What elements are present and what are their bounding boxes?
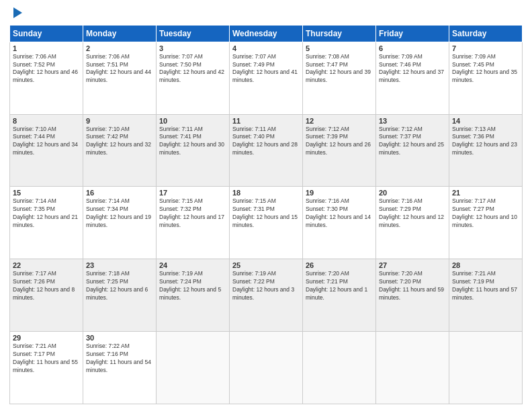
calendar-day-16: 16Sunrise: 7:14 AMSunset: 7:34 PMDayligh… xyxy=(83,187,157,259)
calendar-day-empty xyxy=(157,332,230,404)
day-info: Sunrise: 7:17 AMSunset: 7:26 PMDaylight:… xyxy=(13,270,80,302)
day-number: 23 xyxy=(86,261,153,269)
day-info: Sunrise: 7:14 AMSunset: 7:35 PMDaylight:… xyxy=(13,197,80,230)
day-info: Sunrise: 7:12 AMSunset: 7:39 PMDaylight:… xyxy=(306,126,373,158)
day-info: Sunrise: 7:11 AMSunset: 7:40 PMDaylight:… xyxy=(232,126,300,158)
day-info: Sunrise: 7:09 AMSunset: 7:46 PMDaylight:… xyxy=(379,53,446,85)
day-number: 19 xyxy=(306,189,373,197)
calendar-day-9: 9Sunrise: 7:10 AMSunset: 7:42 PMDaylight… xyxy=(83,114,157,187)
day-number: 22 xyxy=(13,261,80,269)
calendar-header-row: SundayMondayTuesdayWednesdayThursdayFrid… xyxy=(10,25,523,42)
page: SundayMondayTuesdayWednesdayThursdayFrid… xyxy=(0,0,532,411)
day-info: Sunrise: 7:10 AMSunset: 7:42 PMDaylight:… xyxy=(86,126,153,158)
day-number: 11 xyxy=(232,117,300,125)
calendar-day-23: 23Sunrise: 7:18 AMSunset: 7:25 PMDayligh… xyxy=(83,259,157,332)
calendar-day-21: 21Sunrise: 7:17 AMSunset: 7:27 PMDayligh… xyxy=(449,187,523,259)
day-number: 7 xyxy=(452,44,519,52)
day-number: 25 xyxy=(232,261,300,269)
calendar-day-empty xyxy=(230,332,303,404)
day-number: 10 xyxy=(159,117,226,125)
day-info: Sunrise: 7:20 AMSunset: 7:21 PMDaylight:… xyxy=(306,270,373,302)
day-number: 9 xyxy=(86,117,153,125)
day-number: 20 xyxy=(379,189,446,197)
calendar-day-24: 24Sunrise: 7:19 AMSunset: 7:24 PMDayligh… xyxy=(157,259,230,332)
calendar-day-19: 19Sunrise: 7:16 AMSunset: 7:30 PMDayligh… xyxy=(303,187,376,259)
day-info: Sunrise: 7:10 AMSunset: 7:44 PMDaylight:… xyxy=(13,126,80,158)
day-number: 16 xyxy=(86,189,153,197)
calendar-week-4: 22Sunrise: 7:17 AMSunset: 7:26 PMDayligh… xyxy=(10,259,523,332)
calendar-day-17: 17Sunrise: 7:15 AMSunset: 7:32 PMDayligh… xyxy=(157,187,230,259)
logo-arrow-icon xyxy=(13,7,22,18)
day-number: 17 xyxy=(159,189,226,197)
calendar-day-18: 18Sunrise: 7:15 AMSunset: 7:31 PMDayligh… xyxy=(230,187,303,259)
calendar-day-25: 25Sunrise: 7:19 AMSunset: 7:22 PMDayligh… xyxy=(230,259,303,332)
day-info: Sunrise: 7:18 AMSunset: 7:25 PMDaylight:… xyxy=(86,270,153,302)
calendar-day-30: 30Sunrise: 7:22 AMSunset: 7:16 PMDayligh… xyxy=(83,332,157,404)
day-info: Sunrise: 7:21 AMSunset: 7:17 PMDaylight:… xyxy=(13,342,80,375)
calendar-day-10: 10Sunrise: 7:11 AMSunset: 7:41 PMDayligh… xyxy=(157,114,230,187)
calendar-day-empty xyxy=(376,332,449,404)
day-info: Sunrise: 7:21 AMSunset: 7:19 PMDaylight:… xyxy=(452,270,519,302)
day-info: Sunrise: 7:22 AMSunset: 7:16 PMDaylight:… xyxy=(86,342,153,375)
day-info: Sunrise: 7:12 AMSunset: 7:37 PMDaylight:… xyxy=(379,126,446,158)
calendar-day-12: 12Sunrise: 7:12 AMSunset: 7:39 PMDayligh… xyxy=(303,114,376,187)
day-number: 5 xyxy=(306,44,373,52)
day-info: Sunrise: 7:19 AMSunset: 7:24 PMDaylight:… xyxy=(159,270,226,302)
calendar-day-empty xyxy=(303,332,376,404)
calendar-day-20: 20Sunrise: 7:16 AMSunset: 7:29 PMDayligh… xyxy=(376,187,449,259)
day-info: Sunrise: 7:11 AMSunset: 7:41 PMDaylight:… xyxy=(159,126,226,158)
calendar-day-4: 4Sunrise: 7:07 AMSunset: 7:49 PMDaylight… xyxy=(230,42,303,114)
calendar-day-1: 1Sunrise: 7:06 AMSunset: 7:52 PMDaylight… xyxy=(10,42,83,114)
day-info: Sunrise: 7:20 AMSunset: 7:20 PMDaylight:… xyxy=(379,270,446,302)
calendar-day-15: 15Sunrise: 7:14 AMSunset: 7:35 PMDayligh… xyxy=(10,187,83,259)
day-info: Sunrise: 7:19 AMSunset: 7:22 PMDaylight:… xyxy=(232,270,300,302)
day-info: Sunrise: 7:07 AMSunset: 7:49 PMDaylight:… xyxy=(232,53,300,85)
calendar-day-7: 7Sunrise: 7:09 AMSunset: 7:45 PMDaylight… xyxy=(449,42,523,114)
day-number: 8 xyxy=(13,117,80,125)
day-info: Sunrise: 7:06 AMSunset: 7:52 PMDaylight:… xyxy=(13,53,80,85)
calendar-day-11: 11Sunrise: 7:11 AMSunset: 7:40 PMDayligh… xyxy=(230,114,303,187)
logo xyxy=(9,7,22,19)
day-number: 29 xyxy=(13,334,80,342)
calendar-week-5: 29Sunrise: 7:21 AMSunset: 7:17 PMDayligh… xyxy=(10,332,523,404)
day-number: 6 xyxy=(379,44,446,52)
calendar-day-27: 27Sunrise: 7:20 AMSunset: 7:20 PMDayligh… xyxy=(376,259,449,332)
calendar-table: SundayMondayTuesdayWednesdayThursdayFrid… xyxy=(9,25,523,404)
col-header-thursday: Thursday xyxy=(303,25,376,42)
day-number: 15 xyxy=(13,189,80,197)
calendar-day-5: 5Sunrise: 7:08 AMSunset: 7:47 PMDaylight… xyxy=(303,42,376,114)
day-number: 18 xyxy=(232,189,300,197)
calendar-week-3: 15Sunrise: 7:14 AMSunset: 7:35 PMDayligh… xyxy=(10,187,523,259)
day-info: Sunrise: 7:16 AMSunset: 7:30 PMDaylight:… xyxy=(306,197,373,230)
calendar-day-28: 28Sunrise: 7:21 AMSunset: 7:19 PMDayligh… xyxy=(449,259,523,332)
day-info: Sunrise: 7:16 AMSunset: 7:29 PMDaylight:… xyxy=(379,197,446,230)
col-header-monday: Monday xyxy=(83,25,157,42)
day-info: Sunrise: 7:13 AMSunset: 7:36 PMDaylight:… xyxy=(452,126,519,158)
day-number: 27 xyxy=(379,261,446,269)
day-info: Sunrise: 7:15 AMSunset: 7:31 PMDaylight:… xyxy=(232,197,300,230)
day-number: 3 xyxy=(159,44,226,52)
day-number: 30 xyxy=(86,334,153,342)
day-number: 24 xyxy=(159,261,226,269)
calendar-week-2: 8Sunrise: 7:10 AMSunset: 7:44 PMDaylight… xyxy=(10,114,523,187)
calendar-week-1: 1Sunrise: 7:06 AMSunset: 7:52 PMDaylight… xyxy=(10,42,523,114)
day-info: Sunrise: 7:14 AMSunset: 7:34 PMDaylight:… xyxy=(86,197,153,230)
day-number: 12 xyxy=(306,117,373,125)
calendar-day-14: 14Sunrise: 7:13 AMSunset: 7:36 PMDayligh… xyxy=(449,114,523,187)
day-number: 26 xyxy=(306,261,373,269)
day-info: Sunrise: 7:17 AMSunset: 7:27 PMDaylight:… xyxy=(452,197,519,230)
day-info: Sunrise: 7:08 AMSunset: 7:47 PMDaylight:… xyxy=(306,53,373,85)
day-number: 2 xyxy=(86,44,153,52)
day-number: 21 xyxy=(452,189,519,197)
calendar-day-2: 2Sunrise: 7:06 AMSunset: 7:51 PMDaylight… xyxy=(83,42,157,114)
calendar-day-6: 6Sunrise: 7:09 AMSunset: 7:46 PMDaylight… xyxy=(376,42,449,114)
calendar-day-22: 22Sunrise: 7:17 AMSunset: 7:26 PMDayligh… xyxy=(10,259,83,332)
day-info: Sunrise: 7:06 AMSunset: 7:51 PMDaylight:… xyxy=(86,53,153,85)
col-header-sunday: Sunday xyxy=(10,25,83,42)
col-header-friday: Friday xyxy=(376,25,449,42)
col-header-saturday: Saturday xyxy=(449,25,523,42)
col-header-wednesday: Wednesday xyxy=(230,25,303,42)
day-info: Sunrise: 7:15 AMSunset: 7:32 PMDaylight:… xyxy=(159,197,226,230)
day-number: 4 xyxy=(232,44,300,52)
day-info: Sunrise: 7:09 AMSunset: 7:45 PMDaylight:… xyxy=(452,53,519,85)
